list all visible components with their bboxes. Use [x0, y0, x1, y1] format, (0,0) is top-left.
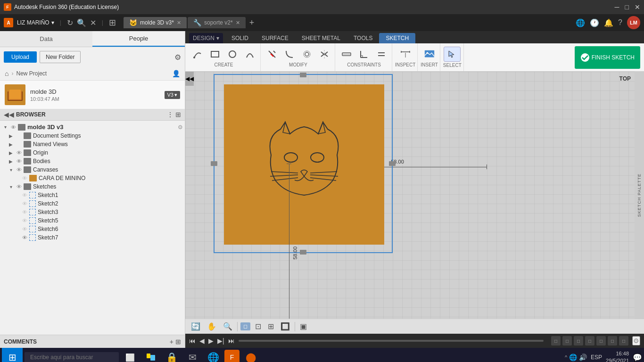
tree-item-sketch3[interactable]: 👁 Sketch3	[0, 208, 185, 216]
comments-expand-button[interactable]: ⊞	[175, 338, 181, 346]
user-avatar[interactable]: LM	[627, 16, 640, 29]
notification-button[interactable]: 💬	[633, 353, 642, 362]
timeline-icon-6[interactable]: □	[608, 336, 617, 346]
play-end-button[interactable]: ⏭	[228, 337, 235, 345]
tree-item-sketch1[interactable]: 👁 Sketch1	[0, 191, 185, 199]
collapse-left-panel-button[interactable]: ◀◀	[185, 72, 194, 86]
eye-off-icon[interactable]: 👁	[21, 218, 28, 223]
pan-button[interactable]: ✋	[205, 321, 218, 332]
finish-sketch-button[interactable]: FINISH SKETCH	[575, 46, 640, 69]
language-indicator[interactable]: ESP	[591, 354, 602, 361]
start-button[interactable]: ⊞	[2, 348, 23, 362]
dimension-button[interactable]	[397, 47, 414, 61]
tree-item-named-views[interactable]: ▶ 👁 Named Views	[0, 140, 185, 148]
eye-off-icon[interactable]: 👁	[21, 201, 28, 206]
tree-item-sketch6[interactable]: 👁 Sketch6	[0, 225, 185, 233]
minimize-button[interactable]: ─	[615, 3, 619, 11]
window-controls[interactable]: ─ □ ✕	[615, 3, 640, 11]
timeline-icon-5[interactable]: □	[596, 336, 606, 346]
apps-grid-icon[interactable]: ⊞	[109, 17, 116, 28]
line-tool-button[interactable]	[189, 47, 206, 61]
timeline-settings-button[interactable]: ⚙	[632, 336, 640, 346]
new-tab-button[interactable]: +	[246, 16, 258, 30]
eye-off-icon[interactable]: 👁	[21, 226, 28, 232]
tab-sketch[interactable]: SKETCH	[379, 33, 415, 43]
zoom-button[interactable]: 🔍	[221, 321, 234, 332]
browser-menu-button[interactable]: ⋮	[167, 111, 173, 118]
close-tab-2-icon[interactable]: ✕	[236, 20, 240, 26]
tab-people[interactable]: People	[92, 31, 185, 47]
browser-expand-button[interactable]: ⊞	[175, 111, 181, 118]
eye-off-icon[interactable]: 👁	[21, 209, 28, 215]
file-tab-1[interactable]: 🐱 molde 3D v3* ✕	[124, 17, 187, 28]
speaker-tray-icon[interactable]: 🔊	[579, 354, 587, 361]
account-name[interactable]: LIZ MARIÑO ▾	[17, 19, 54, 26]
tree-item-cara-de-minino[interactable]: 👁 CARA DE MININO	[0, 174, 185, 182]
eye-icon[interactable]: 👁	[15, 158, 23, 164]
maximize-button[interactable]: □	[625, 3, 629, 11]
settings-icon-button[interactable]: ⚙	[174, 53, 181, 62]
play-prev-button[interactable]: ◀	[199, 337, 205, 345]
insert-image-button[interactable]	[421, 47, 438, 61]
grid-button[interactable]: ⊞	[266, 321, 276, 332]
tab-data[interactable]: Data	[0, 31, 92, 47]
file-item[interactable]: molde 3D 10:03:47 AM V3 ▾	[0, 81, 185, 109]
equal-button[interactable]	[373, 47, 390, 61]
timeline-icon-2[interactable]: □	[562, 336, 572, 346]
tree-item-sketches[interactable]: ▾ 👁 Sketches	[0, 182, 185, 191]
trim-tool-button[interactable]	[264, 47, 281, 61]
tree-item-root[interactable]: ▾ 👁 molde 3D v3 ⚙	[0, 123, 185, 132]
taskbar-icon-explorer[interactable]	[141, 348, 160, 362]
circle-tool-button[interactable]	[224, 47, 241, 61]
perpendicular-button[interactable]	[355, 47, 372, 61]
timeline-icon-1[interactable]: □	[551, 336, 561, 346]
tree-item-document-settings[interactable]: ▶ 👁 Document Settings	[0, 132, 185, 140]
select-button[interactable]	[444, 47, 461, 62]
refresh-icon[interactable]: ↻	[67, 18, 73, 27]
close-tab-1-icon[interactable]: ✕	[177, 20, 181, 26]
close-panel-icon[interactable]: ✕	[90, 18, 96, 27]
tree-item-bodies[interactable]: ▶ 👁 Bodies	[0, 157, 185, 165]
design-dropdown[interactable]: DESIGN ▾	[189, 33, 223, 43]
taskbar-icon-lock[interactable]: 🔒	[162, 348, 181, 362]
timeline-icon-3[interactable]: □	[574, 336, 583, 346]
tree-item-canvases[interactable]: ▾ 👁 Canvases	[0, 165, 185, 174]
tree-item-sketch7[interactable]: 👁 Sketch7	[0, 233, 185, 242]
horizontal-constraint-button[interactable]	[338, 47, 355, 61]
rect-tool-button[interactable]	[206, 47, 223, 61]
task-view-button[interactable]: ⬜	[121, 348, 140, 362]
add-comment-button[interactable]: +	[170, 338, 173, 346]
breadcrumb-icon[interactable]: 👤	[172, 70, 180, 77]
eye-off-icon[interactable]: 👁	[21, 175, 28, 181]
breadcrumb-project[interactable]: New Project	[16, 70, 47, 77]
file-tab-2[interactable]: 🔧 soporte v2* ✕	[188, 17, 246, 28]
taskbar-icon-mail[interactable]: ✉	[183, 348, 202, 362]
play-next-button[interactable]: ▶|	[217, 337, 224, 345]
help-icon[interactable]: ?	[618, 18, 622, 27]
snap-button[interactable]: 🔲	[279, 321, 292, 332]
tab-surface[interactable]: SURFACE	[255, 33, 295, 43]
visual-style-button[interactable]: ▣	[298, 321, 309, 332]
chevron-down-icon[interactable]: ▾	[51, 19, 54, 26]
play-start-button[interactable]: ⏮	[189, 337, 196, 345]
orbit-button[interactable]: 🔄	[189, 321, 202, 332]
fillet-tool-button[interactable]	[281, 47, 298, 61]
tab-tools[interactable]: TOOLS	[347, 33, 379, 43]
settings-icon[interactable]: ⚙	[178, 124, 183, 131]
search-icon[interactable]: 🔍	[77, 18, 86, 27]
eye-icon[interactable]: 👁	[15, 184, 23, 189]
tree-item-sketch5[interactable]: 👁 Sketch5	[0, 216, 185, 225]
network-tray-icon[interactable]: 🌐	[569, 354, 577, 361]
system-clock[interactable]: 16:48 29/5/2021	[606, 350, 629, 362]
play-button[interactable]: ▶	[208, 337, 214, 345]
bell-icon[interactable]: 🔔	[604, 18, 613, 27]
tree-item-sketch2[interactable]: 👁 Sketch2	[0, 199, 185, 208]
tray-expand[interactable]: ^	[565, 354, 567, 360]
eye-icon[interactable]: 👁	[15, 167, 23, 173]
search-input[interactable]	[25, 352, 119, 362]
view-cube-button[interactable]: ◻	[240, 322, 250, 330]
timeline-icon-4[interactable]: □	[585, 336, 594, 346]
network-icon[interactable]: 🌐	[576, 18, 585, 27]
eye-icon[interactable]: 👁	[21, 235, 28, 240]
viewport-canvas[interactable]: TOP 58.00	[185, 72, 644, 319]
